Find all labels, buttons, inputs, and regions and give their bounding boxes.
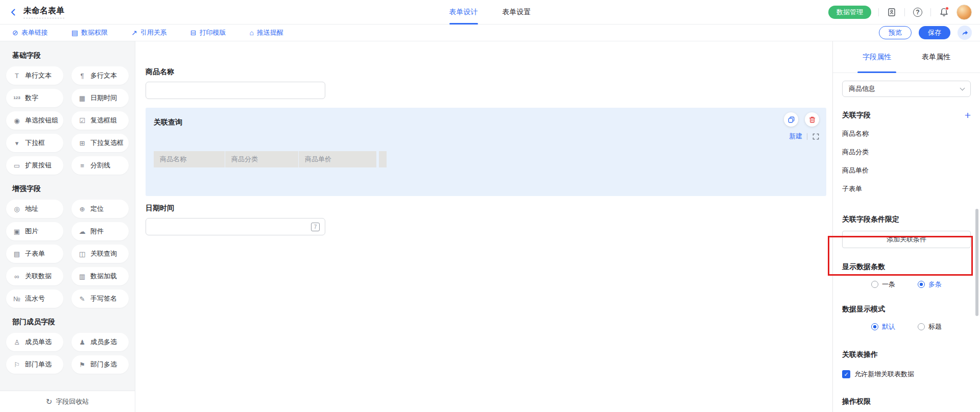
date-field-block[interactable]: 日期时间 7 — [146, 204, 832, 235]
allow-add-label: 允许新增关联表数据 — [854, 370, 914, 379]
palette-field-成员多选[interactable]: ♟成员多选 — [71, 333, 129, 351]
palette-field-多行文本[interactable]: ¶多行文本 — [71, 66, 129, 85]
push-reminder-icon: ⌂ — [249, 29, 253, 36]
radio-selected-icon[interactable] — [918, 281, 925, 288]
help-icon[interactable]: ? — [912, 7, 923, 18]
palette-field-单选按钮组[interactable]: ◉单选按钮组 — [6, 111, 63, 130]
expand-icon[interactable] — [812, 133, 820, 140]
data-permission-icon: ▤ — [71, 29, 78, 36]
palette-field-定位[interactable]: ⊕定位 — [71, 200, 129, 218]
linked-field-item[interactable]: 子表单 — [842, 184, 971, 193]
linked-field-item[interactable]: 商品分类 — [842, 148, 971, 157]
data-load-icon: ▥ — [78, 273, 86, 280]
new-record-link[interactable]: 新建 — [789, 132, 802, 141]
toolbar-item-打印模版[interactable]: ⊟打印模版 — [190, 28, 226, 37]
toolbar-item-推送提醒[interactable]: ⌂推送提醒 — [249, 28, 283, 37]
signature-icon: ✎ — [78, 296, 86, 302]
multi-select-icon: ⊞ — [78, 140, 86, 147]
palette-field-关联数据[interactable]: ∞关联数据 — [6, 267, 63, 285]
data-manage-button[interactable]: 数据管理 — [828, 6, 871, 19]
form-designer-app: 未命名表单 表单设计 表单设置 数据管理 ? ⊘表单链接▤数据权限↗引用关系⊟打… — [0, 0, 980, 412]
divider — [904, 8, 905, 16]
palette-field-label: 子表单 — [25, 249, 45, 258]
tab-field-properties[interactable]: 字段属性 — [863, 41, 891, 73]
palette-field-扩展按钮[interactable]: ▭扩展按钮 — [6, 156, 63, 175]
save-button[interactable]: 保存 — [919, 26, 950, 39]
target-form-select[interactable]: 商品信息 — [842, 81, 971, 97]
palette-field-日期时间[interactable]: ▦日期时间 — [71, 89, 129, 107]
palette-field-label: 流水号 — [25, 294, 45, 303]
query-result-table-header: 商品名称商品分类商品单价 — [154, 151, 818, 167]
palette-field-关联查询[interactable]: ◫关联查询 — [71, 245, 129, 263]
text-field-input[interactable] — [146, 82, 325, 99]
linked-fields-title: 关联字段 — [842, 111, 871, 120]
query-column-header: 商品名称 — [154, 151, 225, 167]
palette-field-分割线[interactable]: ≡分割线 — [71, 156, 129, 175]
delete-field-button[interactable] — [805, 112, 819, 127]
palette-field-下拉框[interactable]: ▾下拉框 — [6, 134, 63, 152]
back-icon[interactable] — [8, 7, 18, 17]
display-count-option-一条[interactable]: 一条 — [871, 280, 895, 289]
toolbar-item-表单链接[interactable]: ⊘表单链接 — [12, 28, 48, 37]
palette-field-流水号[interactable]: №流水号 — [6, 289, 63, 308]
panel-scrollbar[interactable] — [975, 209, 978, 316]
palette-field-单行文本[interactable]: T单行文本 — [6, 66, 63, 85]
palette-field-复选框组[interactable]: ☑复选框组 — [71, 111, 129, 130]
condition-title: 关联字段条件限定 — [842, 215, 971, 224]
radio-option-label: 多条 — [928, 280, 942, 289]
tab-form-design[interactable]: 表单设计 — [449, 0, 478, 25]
palette-field-手写签名[interactable]: ✎手写签名 — [71, 289, 129, 308]
preview-button[interactable]: 预览 — [879, 26, 912, 39]
palette-field-部门单选[interactable]: ⚐部门单选 — [6, 355, 63, 374]
palette-field-label: 多行文本 — [90, 71, 117, 80]
department-multi-icon: ⚑ — [78, 361, 86, 368]
palette-field-label: 图片 — [25, 227, 38, 236]
allow-add-checkbox-row[interactable]: ✓ 允许新增关联表数据 — [842, 370, 971, 379]
palette-field-数据加载[interactable]: ▥数据加载 — [71, 267, 129, 285]
checkbox-checked-icon[interactable]: ✓ — [842, 370, 850, 378]
palette-field-数字[interactable]: 123数字 — [6, 89, 63, 107]
date-field-input[interactable]: 7 — [146, 218, 325, 235]
recycle-icon: ↻ — [46, 397, 53, 406]
calendar-icon[interactable]: 7 — [311, 223, 320, 231]
palette-field-下拉复选框[interactable]: ⊞下拉复选框 — [71, 134, 129, 152]
contacts-icon[interactable] — [886, 7, 897, 18]
toolbar-item-label: 推送提醒 — [257, 28, 283, 37]
linked-query-field-block[interactable]: 关联查询 新建 商品名称商品分类商品单价 — [146, 108, 826, 196]
toolbar-item-数据权限[interactable]: ▤数据权限 — [71, 28, 108, 37]
copy-field-button[interactable] — [784, 112, 798, 127]
share-icon[interactable] — [958, 26, 972, 40]
radio-selected-icon[interactable] — [871, 323, 878, 330]
add-linked-field-icon[interactable]: + — [965, 111, 971, 119]
reference-icon: ↗ — [131, 29, 137, 36]
form-toolbar: ⊘表单链接▤数据权限↗引用关系⊟打印模版⌂推送提醒 预览 保存 — [0, 25, 980, 41]
linked-field-item[interactable]: 商品单价 — [842, 166, 971, 175]
palette-field-成员单选[interactable]: ♙成员单选 — [6, 333, 63, 351]
palette-field-部门多选[interactable]: ⚑部门多选 — [71, 355, 129, 374]
checkbox-group-icon: ☑ — [78, 117, 86, 124]
form-title[interactable]: 未命名表单 — [23, 6, 64, 18]
display-mode-option-标题[interactable]: 标题 — [918, 322, 942, 331]
tab-form-properties[interactable]: 表单属性 — [922, 41, 950, 73]
linked-field-item[interactable]: 商品名称 — [842, 129, 971, 138]
add-condition-button[interactable]: 添加关联条件 — [842, 231, 971, 248]
display-mode-title: 数据显示模式 — [842, 305, 971, 314]
subform-icon: ▤ — [13, 251, 21, 257]
notification-bell-icon[interactable] — [938, 7, 949, 18]
palette-field-附件[interactable]: ☁附件 — [71, 222, 129, 240]
field-recycle-bin-button[interactable]: ↻ 字段回收站 — [0, 391, 135, 412]
palette-field-label: 成员单选 — [25, 337, 52, 347]
toolbar-item-引用关系[interactable]: ↗引用关系 — [131, 28, 167, 37]
user-avatar[interactable] — [957, 5, 972, 20]
palette-field-子表单[interactable]: ▤子表单 — [6, 245, 63, 263]
tab-form-settings[interactable]: 表单设置 — [503, 0, 531, 25]
radio-unselected-icon[interactable] — [918, 323, 925, 330]
palette-field-label: 扩展按钮 — [25, 161, 52, 170]
palette-field-地址[interactable]: ◎地址 — [6, 200, 63, 218]
text-field-block[interactable]: 商品名称 — [146, 67, 832, 99]
display-mode-option-默认[interactable]: 默认 — [871, 322, 895, 331]
palette-field-label: 手写签名 — [90, 294, 117, 303]
palette-field-图片[interactable]: ▣图片 — [6, 222, 63, 240]
radio-unselected-icon[interactable] — [871, 281, 878, 288]
display-count-option-多条[interactable]: 多条 — [918, 280, 942, 289]
